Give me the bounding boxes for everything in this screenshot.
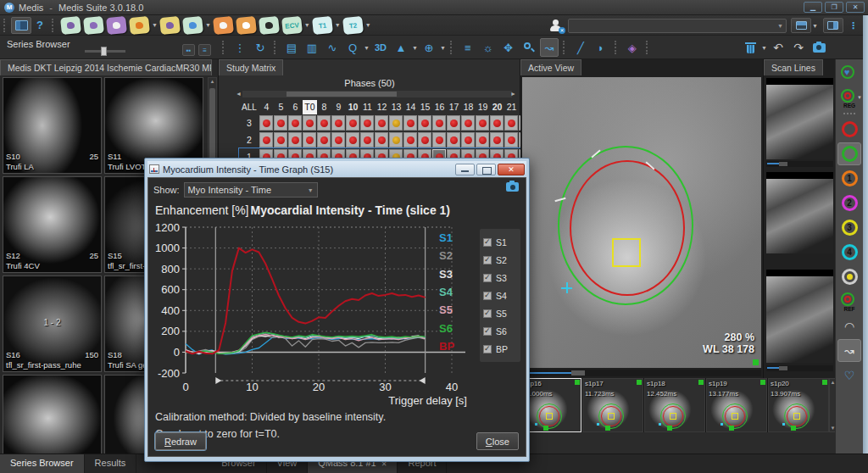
matrix-column-header[interactable]: 5 xyxy=(274,100,288,114)
user-icon[interactable]: ✕ xyxy=(549,19,563,32)
app-icon-t1[interactable]: T1 xyxy=(312,15,333,34)
matrix-cell[interactable] xyxy=(346,115,359,131)
matrix-cell[interactable] xyxy=(317,115,331,131)
toolbar-grip[interactable] xyxy=(615,41,619,54)
reset-layout-icon[interactable]: ↻ xyxy=(251,38,270,57)
study-matrix-tab[interactable]: Study Matrix xyxy=(219,59,283,75)
matrix-cell[interactable] xyxy=(274,132,287,147)
matrix-cell[interactable] xyxy=(490,115,504,131)
matrix-cell[interactable] xyxy=(403,132,417,147)
orientation-icon[interactable]: ⊕ xyxy=(420,38,438,57)
phases-scrollbar[interactable] xyxy=(242,91,512,97)
filmstrip-view-icon[interactable]: ▥ xyxy=(303,38,321,57)
registration-icon[interactable]: REG▼ xyxy=(837,86,861,109)
matrix-cell[interactable] xyxy=(288,115,302,131)
toolbar-grip[interactable] xyxy=(3,19,8,32)
scan-line-view[interactable] xyxy=(766,270,833,363)
window-titlebar[interactable]: M Medis - Medis Suite 3.0.18.0 ▁ ❐ ✕ xyxy=(0,0,868,15)
series-browser-toggle-button[interactable] xyxy=(11,17,31,34)
edit-points-icon[interactable]: ↝ xyxy=(837,339,861,362)
matrix-cell[interactable] xyxy=(360,132,374,147)
analysis-wizard-icon[interactable]: ▲ xyxy=(392,38,410,57)
matrix-cell[interactable] xyxy=(461,115,475,131)
filmstrip-thumbnail[interactable]: s1p1812.452ms xyxy=(644,378,705,432)
filmstrip-thumbnail[interactable]: s1p1711.723ms xyxy=(582,378,643,432)
active-view-tab[interactable]: Active View xyxy=(520,59,581,75)
snapshot-icon[interactable] xyxy=(506,182,519,192)
app-icon-strain[interactable] xyxy=(106,15,127,34)
matrix-cell[interactable] xyxy=(303,115,316,131)
3d-view-icon[interactable]: 3D xyxy=(371,38,390,57)
matrix-cell[interactable] xyxy=(476,115,489,131)
toolbar-grip[interactable] xyxy=(646,41,650,54)
phases-scroll-right-icon[interactable]: ► xyxy=(510,91,516,97)
chevron-down-icon[interactable]: ▼ xyxy=(812,23,818,29)
scan-lines-tab[interactable]: Scan Lines xyxy=(764,59,823,75)
scan-line-scrollbar[interactable] xyxy=(766,161,833,167)
dialog-maximize-icon[interactable] xyxy=(476,164,496,175)
window-level-icon[interactable]: ☼ xyxy=(479,38,498,57)
matrix-cell[interactable] xyxy=(403,115,417,131)
reset-layout-button[interactable] xyxy=(823,18,843,33)
matrix-cell[interactable] xyxy=(504,132,518,147)
matrix-column-header[interactable]: 19 xyxy=(476,100,490,114)
roi-1-icon[interactable]: 1 xyxy=(837,167,861,190)
snapshot-button[interactable] xyxy=(810,38,828,57)
matrix-cell[interactable] xyxy=(346,132,359,147)
chevron-down-icon[interactable]: ▼ xyxy=(364,45,370,51)
chevron-down-icon[interactable]: ▼ xyxy=(335,22,341,28)
matrix-cell[interactable] xyxy=(447,132,460,147)
app-icon-function[interactable] xyxy=(60,15,81,34)
chevron-down-icon[interactable]: ▼ xyxy=(761,45,767,51)
active-view-image[interactable]: 280 % WL 38 178 xyxy=(522,77,761,368)
chevron-down-icon[interactable]: ▼ xyxy=(205,22,211,28)
study-matrix-icon[interactable]: ▤ xyxy=(282,38,301,57)
bottom-tab-series-browser[interactable]: Series Browser xyxy=(0,454,85,473)
redraw-button[interactable]: Redraw xyxy=(155,432,206,450)
help-button[interactable]: ? xyxy=(31,19,48,31)
matrix-column-header[interactable]: 4 xyxy=(259,100,274,114)
dialog-minimize-icon[interactable] xyxy=(455,164,475,175)
chevron-down-icon[interactable]: ▼ xyxy=(412,45,418,51)
maximize-icon[interactable]: ❐ xyxy=(825,2,843,13)
stack-browse-icon[interactable]: ≡ xyxy=(459,38,477,57)
matrix-cell[interactable] xyxy=(418,132,431,147)
roi-4-icon[interactable]: 4 xyxy=(837,241,861,264)
delete-button[interactable] xyxy=(741,38,760,57)
matrix-column-header[interactable]: 6 xyxy=(288,100,303,114)
matrix-cell[interactable] xyxy=(389,115,403,131)
graphs-icon[interactable]: ∿ xyxy=(323,38,342,57)
arc-tool-icon[interactable]: ◠ xyxy=(837,314,861,337)
app-icon-qmass[interactable] xyxy=(159,15,181,34)
chevron-down-icon[interactable]: ▼ xyxy=(152,22,158,28)
endo-contour-icon[interactable] xyxy=(837,118,861,141)
roi-3-icon[interactable]: 3 xyxy=(837,216,861,239)
pan-icon[interactable]: ✥ xyxy=(499,38,518,57)
study-tab[interactable]: Medis DKT Leipzig 2014 Ischemie CardiacM… xyxy=(0,59,212,75)
matrix-cell[interactable] xyxy=(259,115,273,131)
matrix-cell[interactable] xyxy=(331,115,345,131)
series-toggle-bp[interactable]: BP xyxy=(483,340,517,358)
matrix-column-header[interactable]: 20 xyxy=(490,100,504,114)
thumbnail-size-slider[interactable] xyxy=(85,50,125,53)
series-thumbnail[interactable]: S12Trufi 4CV25 xyxy=(3,176,102,273)
app-icon-ecv[interactable]: ECV xyxy=(281,15,303,34)
dialog-titlebar[interactable]: Myocardium Intensity - Time Graph (S15) … xyxy=(147,161,526,177)
app-icon-qflow[interactable] xyxy=(182,15,203,34)
dialog-close-icon[interactable]: ✕ xyxy=(498,164,525,175)
minimize-icon[interactable]: ▁ xyxy=(804,2,822,13)
roi-2-icon[interactable]: 2 xyxy=(837,192,861,214)
matrix-cell[interactable] xyxy=(432,132,446,147)
toolbar-grip[interactable] xyxy=(274,41,278,54)
scan-line-scrollbar[interactable] xyxy=(766,365,833,371)
app-icon-flow[interactable] xyxy=(129,15,150,34)
matrix-cell[interactable] xyxy=(432,115,446,131)
matrix-column-header[interactable]: 11 xyxy=(360,100,375,114)
detect-contours-icon[interactable]: ♥ xyxy=(837,62,861,85)
matrix-column-header[interactable]: 10 xyxy=(346,100,360,114)
magnify-icon[interactable] xyxy=(520,38,538,57)
chevron-down-icon[interactable]: ▼ xyxy=(304,22,310,28)
matrix-cell[interactable] xyxy=(375,132,388,147)
toolbar-menu-icon[interactable]: ⋮ xyxy=(231,38,249,57)
roi-square[interactable] xyxy=(612,238,641,267)
